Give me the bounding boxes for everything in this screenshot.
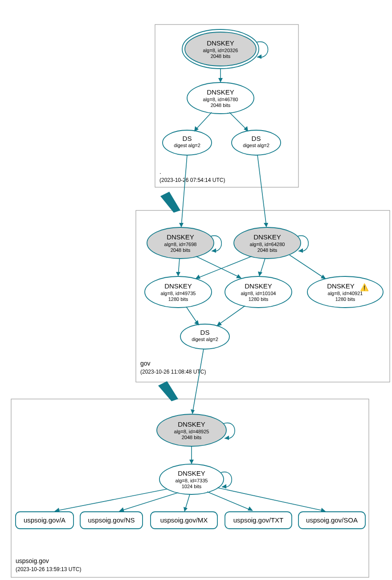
rr-ns-label: uspsoig.gov/NS (88, 516, 135, 524)
leaf-ksk-alg: alg=8, id=48925 (174, 429, 209, 434)
node-gov-ds: DS digest alg=2 (180, 324, 229, 349)
edge-zsk-a (56, 489, 167, 511)
edge-zsk-txt (207, 492, 252, 510)
root-ksk-alg: alg=8, id=20326 (203, 48, 238, 53)
zone-root-name: . (159, 168, 161, 175)
svg-marker-18 (176, 272, 180, 276)
node-rr-a: uspsoig.gov/A (16, 512, 74, 529)
edge-gz2-ds (217, 306, 245, 325)
svg-marker-39 (184, 507, 188, 512)
gov-zsk2-title: DNSKEY (245, 282, 272, 290)
rr-txt-label: uspsoig.gov/TXT (233, 516, 284, 524)
node-rr-soa: uspsoig.gov/SOA (298, 512, 365, 529)
zone-gov-name: gov (140, 360, 151, 367)
root-ds1-alg: digest alg=2 (174, 143, 200, 148)
svg-marker-38 (119, 507, 124, 512)
root-ds2-alg: digest alg=2 (243, 143, 270, 148)
svg-marker-20 (195, 275, 200, 279)
svg-marker-21 (258, 271, 262, 276)
node-rr-mx: uspsoig.gov/MX (151, 512, 217, 529)
node-leaf-zsk: DNSKEY alg=8, id=7335 1024 bits (159, 464, 224, 494)
edge-gk1-gz2 (196, 256, 241, 278)
leaf-ksk-bits: 2048 bits (182, 435, 202, 440)
svg-marker-12 (298, 248, 303, 253)
root-ksk-bits: 2048 bits (211, 53, 231, 59)
rr-mx-label: uspsoig.gov/MX (160, 516, 208, 524)
svg-marker-2 (257, 54, 261, 59)
leaf-zsk-alg: alg=8, id=7335 (176, 478, 208, 483)
node-gov-zsk1: DNSKEY alg=8, id=49735 1280 bits (145, 276, 212, 308)
node-root-ds1: DS digest alg=2 (163, 130, 212, 155)
svg-marker-28 (191, 409, 195, 414)
svg-marker-40 (248, 506, 253, 511)
node-leaf-ksk: DNSKEY alg=8, id=48925 2048 bits (157, 414, 226, 446)
gov-zsk2-bits: 1280 bits (249, 296, 269, 302)
root-zsk-bits: 2048 bits (211, 103, 231, 108)
node-gov-ksk1: DNSKEY alg=8, id=7698 2048 bits (147, 227, 214, 259)
edge-leaf-zsk-self (221, 472, 232, 487)
edge-zsk-soa (217, 488, 324, 511)
leaf-ksk-title: DNSKEY (178, 420, 205, 428)
zone-gov-timestamp: (2023-10-26 11:08:48 UTC) (140, 369, 206, 375)
delegation-arrow-gov-leaf (158, 381, 178, 401)
edge-gk2-gz3 (290, 255, 325, 279)
svg-marker-10 (212, 248, 216, 253)
edge-ds2-to-gov-ksk2 (257, 155, 266, 226)
zone-leaf-timestamp: (2023-10-26 13:59:13 UTC) (16, 566, 81, 572)
gov-ksk2-bits: 2048 bits (257, 247, 278, 253)
svg-marker-13 (179, 223, 184, 227)
node-gov-ksk2: DNSKEY alg=8, id=64280 2048 bits (234, 227, 301, 259)
gov-zsk1-title: DNSKEY (164, 282, 192, 290)
gov-zsk1-bits: 1280 bits (168, 296, 188, 302)
root-ds1-title: DS (183, 135, 192, 142)
gov-zsk3-alg: alg=8, id=40921 (328, 291, 363, 296)
leaf-zsk-title: DNSKEY (178, 469, 205, 477)
zone-leaf-name: uspsoig.gov (16, 557, 49, 564)
gov-zsk3-bits: 1280 bits (335, 296, 355, 302)
edge-root-zsk-to-ds1 (195, 112, 212, 130)
edge-ds1-to-gov-ksk1 (181, 155, 187, 226)
svg-marker-14 (264, 223, 268, 227)
svg-marker-22 (321, 275, 326, 279)
svg-marker-31 (189, 460, 194, 464)
delegation-arrow-root-gov (160, 192, 180, 213)
node-rr-txt: uspsoig.gov/TXT (225, 512, 292, 529)
gov-ksk1-bits: 2048 bits (171, 247, 191, 253)
zone-root-timestamp: (2023-10-26 07:54:14 UTC) (159, 177, 225, 183)
node-root-ds2: DS digest alg=2 (232, 130, 281, 155)
root-zsk-alg: alg=8, id=46780 (203, 97, 238, 102)
dnssec-chain-diagram: . (2023-10-26 07:54:14 UTC) DNSKEY alg=8… (4, 4, 392, 580)
root-zsk-title: DNSKEY (207, 88, 234, 96)
node-gov-zsk2: DNSKEY alg=8, id=10104 1280 bits (225, 276, 292, 308)
leaf-zsk-bits: 1024 bits (182, 484, 202, 489)
root-ksk-title: DNSKEY (207, 39, 234, 47)
edge-zsk-ns (120, 493, 178, 511)
gov-ksk1-title: DNSKEY (167, 233, 194, 241)
gov-ds-title: DS (200, 329, 210, 336)
root-ds2-title: DS (252, 135, 261, 142)
edge-gk2-gz1 (196, 256, 252, 279)
svg-marker-30 (222, 484, 226, 489)
gov-ksk2-title: DNSKEY (253, 233, 281, 241)
gov-zsk2-alg: alg=8, id=10104 (241, 291, 276, 296)
node-root-ksk: DNSKEY alg=8, id=20326 2048 bits (182, 29, 259, 69)
gov-ksk1-alg: alg=8, id=7698 (164, 242, 197, 247)
edge-root-zsk-to-ds2 (229, 112, 247, 130)
gov-ds-alg: digest alg=2 (192, 337, 218, 342)
rr-soa-label: uspsoig.gov/SOA (306, 516, 358, 524)
svg-marker-27 (225, 436, 229, 440)
edge-govds-leafksk (192, 349, 204, 413)
svg-marker-25 (216, 321, 222, 326)
node-root-zsk: DNSKEY alg=8, id=46780 2048 bits (187, 82, 254, 114)
node-rr-ns: uspsoig.gov/NS (80, 512, 143, 529)
gov-zsk1-alg: alg=8, id=49735 (161, 291, 196, 296)
rr-a-label: uspsoig.gov/A (24, 516, 65, 524)
gov-zsk3-title: DNSKEY (327, 282, 355, 290)
gov-ksk2-alg: alg=8, id=64280 (250, 242, 285, 247)
node-gov-zsk3-warn: DNSKEY ⚠️ alg=8, id=40921 1280 bits (307, 276, 383, 308)
svg-marker-4 (218, 78, 223, 82)
